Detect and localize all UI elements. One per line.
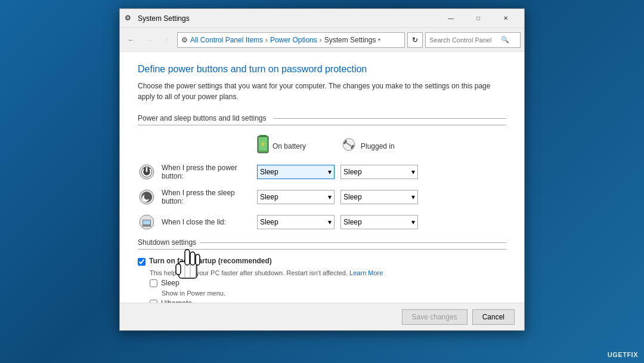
sleep-sub-desc: Show in Power menu. — [162, 290, 506, 297]
lid-plugged-dropdown[interactable]: Sleep ▾ — [340, 215, 418, 229]
dropdown-arrow: ▾ — [411, 193, 415, 201]
sleep-checkbox-row: Sleep — [150, 279, 506, 287]
fast-startup-checkbox[interactable] — [138, 258, 145, 266]
power-button-dropdowns: Sleep ▾ Sleep ▾ — [257, 165, 418, 179]
fast-startup-row: Turn on fast startup (recommended) — [138, 257, 506, 266]
breadcrumb-all-control-panel[interactable]: All Control Panel Items — [190, 36, 263, 44]
breadcrumb-bar: ⚙ All Control Panel Items › Power Option… — [177, 32, 405, 48]
dropdown-arrow: ▾ — [411, 168, 415, 176]
address-bar: ← → ↑ ⚙ All Control Panel Items › Power … — [120, 28, 524, 52]
sleep-button-dropdowns: Sleep ▾ Sleep ▾ — [257, 190, 418, 204]
minimize-button[interactable]: — — [437, 9, 465, 28]
breadcrumb-dropdown[interactable]: ▾ — [378, 37, 380, 42]
desktop: ⚙ System Settings — □ ✕ ← → ↑ ⚙ All Cont… — [0, 0, 644, 363]
sleep-button-icon — [138, 188, 156, 206]
shutdown-section: Shutdown settings Turn on fast startup (… — [138, 238, 506, 303]
footer: Save changes Cancel — [120, 303, 524, 330]
back-button[interactable]: ← — [123, 32, 139, 48]
close-button[interactable]: ✕ — [492, 9, 519, 28]
forward-button[interactable]: → — [141, 32, 157, 48]
title-bar: ⚙ System Settings — □ ✕ — [120, 9, 524, 28]
power-button-plugged-dropdown[interactable]: Sleep ▾ — [340, 165, 418, 179]
shutdown-header-text: Shutdown settings — [138, 238, 200, 247]
sleep-checkbox-label: Sleep — [161, 279, 179, 287]
fast-startup-label: Turn on fast startup (recommended) — [149, 257, 272, 265]
sleep-button-battery-dropdown[interactable]: Sleep ▾ — [257, 190, 335, 204]
power-button-icon — [138, 163, 156, 181]
plugged-in-label: Plugged in — [361, 142, 395, 150]
dropdown-arrow: ▾ — [328, 168, 332, 176]
shutdown-header: Shutdown settings — [138, 238, 506, 250]
svg-rect-15 — [143, 220, 150, 224]
battery-icon: ⚡ — [257, 135, 269, 157]
page-description: Choose the power settings that you want … — [138, 81, 506, 102]
power-button-label: When I press the power button: — [162, 164, 257, 180]
dropdown-arrow: ▾ — [328, 218, 332, 226]
sleep-button-row: When I press the sleep button: Sleep ▾ S… — [138, 188, 506, 206]
maximize-button[interactable]: □ — [465, 9, 492, 28]
svg-rect-16 — [142, 226, 151, 227]
power-button-battery-dropdown[interactable]: Sleep ▾ — [257, 165, 335, 179]
columns-header: ⚡ On battery Plugged in — [257, 135, 506, 157]
save-changes-button[interactable]: Save changes — [402, 309, 467, 325]
system-settings-window: ⚙ System Settings — □ ✕ ← → ↑ ⚙ All Cont… — [119, 8, 525, 331]
dropdown-arrow: ▾ — [328, 193, 332, 201]
plugged-in-header: Plugged in — [340, 135, 424, 157]
on-battery-label: On battery — [273, 142, 306, 150]
search-icon: 🔍 — [501, 36, 509, 44]
page-title: Define power buttons and turn on passwor… — [138, 64, 506, 75]
power-sleep-header-text: Power and sleep buttons and lid settings — [138, 114, 270, 122]
plug-icon — [340, 137, 357, 155]
lid-battery-dropdown[interactable]: Sleep ▾ — [257, 215, 335, 229]
svg-text:⚡: ⚡ — [260, 141, 266, 147]
power-sleep-section-header: Power and sleep buttons and lid settings — [138, 114, 506, 125]
window-icon: ⚙ — [125, 14, 134, 23]
power-button-row: When I press the power button: Sleep ▾ S… — [138, 163, 506, 181]
breadcrumb-power-options[interactable]: Power Options — [270, 36, 317, 44]
breadcrumb-icon: ⚙ — [181, 36, 188, 44]
on-battery-header: ⚡ On battery — [257, 135, 340, 157]
lid-row: When I close the lid: Sleep ▾ Sleep ▾ — [138, 213, 506, 231]
fast-startup-desc: This helps start your PC faster after sh… — [150, 269, 506, 276]
sleep-checkbox[interactable] — [150, 279, 157, 287]
learn-more-link[interactable]: Learn More — [349, 269, 383, 276]
sleep-button-label: When I press the sleep button: — [162, 189, 257, 205]
title-bar-buttons: — □ ✕ — [437, 9, 519, 28]
window-title: System Settings — [138, 14, 437, 23]
content-area: Define power buttons and turn on passwor… — [120, 52, 524, 303]
up-button[interactable]: ↑ — [159, 32, 175, 48]
lid-dropdowns: Sleep ▾ Sleep ▾ — [257, 215, 418, 229]
lid-label: When I close the lid: — [162, 218, 257, 226]
watermark: UGETFIX — [608, 351, 638, 358]
refresh-button[interactable]: ↻ — [407, 32, 423, 48]
dropdown-arrow: ▾ — [411, 218, 415, 226]
breadcrumb-current: System Settings — [324, 36, 376, 44]
search-box: 🔍 — [425, 32, 521, 48]
cancel-button[interactable]: Cancel — [472, 309, 515, 325]
lid-icon — [138, 213, 156, 231]
search-input[interactable] — [429, 36, 501, 44]
sleep-button-plugged-dropdown[interactable]: Sleep ▾ — [340, 190, 418, 204]
